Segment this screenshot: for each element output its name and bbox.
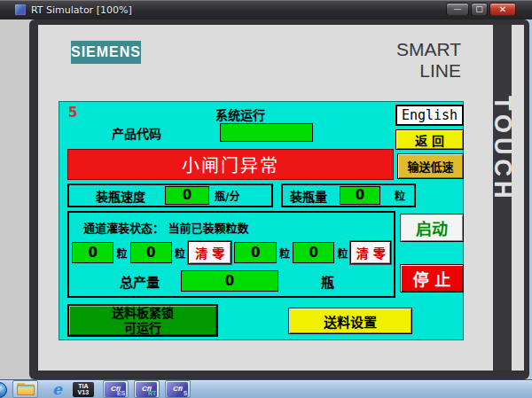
channel-filling-box: 通道灌装状态： 当前已装颗粒数 0 粒 0 粒 清 零 0 粒 0 粒 清 零 … xyxy=(67,211,395,298)
feeder-status-line1: 送料板紧锁 xyxy=(112,306,174,321)
bottling-amount-label: 装瓶量 xyxy=(290,187,327,205)
start-button[interactable]: 启动 xyxy=(400,214,464,242)
tia-v13-icon: TIA V13 xyxy=(73,382,94,397)
bottling-amount-value: 0 xyxy=(340,186,380,205)
total-output-label: 总产量 xyxy=(120,272,160,291)
taskbar-internet-explorer[interactable]: e xyxy=(52,380,62,398)
counter-unit: 粒 xyxy=(337,246,348,261)
counter-unit: 粒 xyxy=(279,246,290,261)
bottling-speed-label: 装瓶速度 xyxy=(96,187,145,205)
product-code-field[interactable] xyxy=(220,123,313,142)
counter-value: 0 xyxy=(293,242,334,263)
smart-line-label: SMART LINE xyxy=(355,39,461,60)
touch-label: TOUCH xyxy=(493,96,512,203)
total-output-unit: 瓶 xyxy=(321,272,334,291)
taskbar-tia-portal[interactable]: TIA V13 xyxy=(73,380,94,398)
siemens-logo: SIEMENS xyxy=(71,41,141,64)
start-orb[interactable] xyxy=(0,382,7,398)
taskbar-wincc-flexible-s[interactable]: Cfl S xyxy=(165,380,191,398)
english-language-button[interactable]: English xyxy=(395,105,464,126)
total-output-value: 0 xyxy=(181,270,278,292)
clear-counters-right-button[interactable]: 清 零 xyxy=(350,241,391,264)
feeder-status-button[interactable]: 送料板紧锁 可运行 xyxy=(67,304,218,337)
folder-icon xyxy=(17,383,35,395)
taskbar-wincc-flexible-rt[interactable]: Cfl RT xyxy=(134,380,160,398)
rt-simulator-window: RT Simulator [100%] — ▢ ✕ SIEMENS SMART … xyxy=(0,0,532,398)
titlebar: RT Simulator [100%] — ▢ ✕ xyxy=(0,0,532,20)
minimize-button[interactable]: — xyxy=(446,3,469,16)
return-button[interactable]: 返 回 xyxy=(395,129,464,150)
channel-filling-title: 通道灌装状态： 当前已装颗粒数 xyxy=(83,219,249,236)
counter-value: 0 xyxy=(72,242,113,263)
wincc-flexible-rt-icon: Cfl RT xyxy=(136,382,157,397)
total-output-row: 总产量 0 瓶 xyxy=(69,269,394,293)
close-button[interactable]: ✕ xyxy=(489,3,516,16)
clear-counters-left-button[interactable]: 清 零 xyxy=(188,241,231,264)
feeder-status-line2: 可运行 xyxy=(124,321,161,336)
feed-settings-button[interactable]: 送料设置 xyxy=(288,308,412,334)
alarm-banner: 小闸门异常 xyxy=(67,149,394,180)
page-number: 5 xyxy=(68,105,77,121)
taskbar-windows-explorer[interactable] xyxy=(12,380,38,398)
counter-unit: 粒 xyxy=(116,246,127,261)
system-status-label: 系统运行 xyxy=(215,105,265,123)
counter-unit: 粒 xyxy=(175,246,185,261)
bottling-speed-unit: 瓶/分 xyxy=(215,188,239,203)
conveyor-low-speed-button[interactable]: 输送低速 xyxy=(397,153,464,179)
app-icon xyxy=(15,4,26,15)
bottling-speed-box: 装瓶速度 0 瓶/分 xyxy=(67,183,273,207)
counter-row: 0 粒 0 粒 清 零 0 粒 0 粒 清 零 xyxy=(72,241,391,264)
bottling-speed-value: 0 xyxy=(165,186,209,205)
product-code-label: 产品代码 xyxy=(112,124,161,142)
wincc-flexible-s-icon: Cfl S xyxy=(167,382,188,397)
counter-value: 0 xyxy=(234,242,276,263)
maximize-button[interactable]: ▢ xyxy=(471,3,488,16)
taskbar-wincc-flexible-es[interactable]: Cfl ES xyxy=(103,380,129,398)
taskbar: e TIA V13 Cfl ES Cfl RT Cfl S xyxy=(0,379,532,398)
bottling-amount-unit: 粒 xyxy=(395,188,405,203)
internet-explorer-icon: e xyxy=(52,380,62,398)
hmi-screen: 5 系统运行 English 产品代码 返 回 小闸门异常 输送低速 装瓶速度 … xyxy=(59,101,464,340)
stop-button[interactable]: 停 止 xyxy=(400,264,464,293)
bottling-amount-box: 装瓶量 0 粒 xyxy=(281,183,416,207)
counter-value: 0 xyxy=(130,242,172,263)
touch-strip: TOUCH xyxy=(493,25,512,371)
wincc-flexible-es-icon: Cfl ES xyxy=(105,382,126,397)
window-title: RT Simulator [100%] xyxy=(31,4,132,16)
